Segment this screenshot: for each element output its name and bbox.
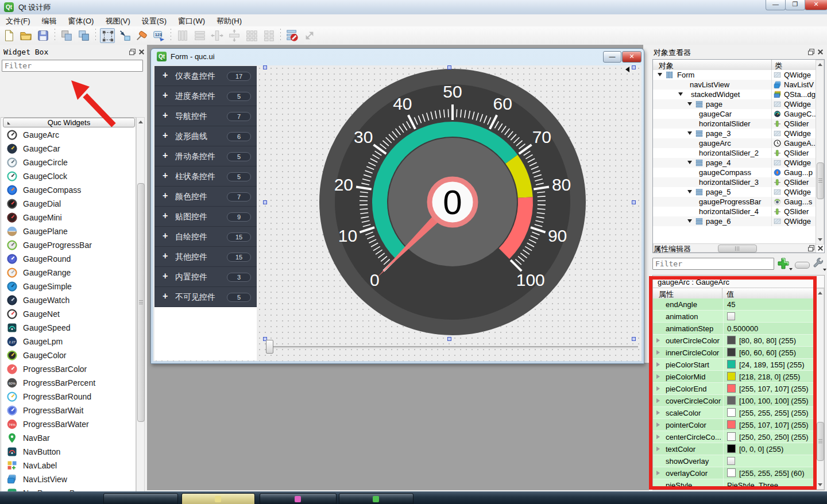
property-row-scaleColor[interactable]: scaleColor[255, 255, 255] (255) xyxy=(653,407,816,419)
adjust-size-button[interactable] xyxy=(302,28,317,43)
nav-item[interactable]: +内置控件3 xyxy=(154,267,257,287)
expand-arrow-icon[interactable] xyxy=(687,219,692,223)
close-button[interactable]: ✕ xyxy=(805,0,827,10)
property-value[interactable]: 0.500000 xyxy=(723,323,816,335)
property-value[interactable]: [218, 218, 0] (255) xyxy=(723,371,816,383)
nav-item[interactable]: +进度条控件5 xyxy=(154,86,257,106)
taskbar-button[interactable] xyxy=(260,493,337,504)
expand-arrow-icon[interactable] xyxy=(656,422,660,427)
selection-handle[interactable] xyxy=(447,337,451,341)
widget-item-gaugearc[interactable]: GaugeArc xyxy=(2,128,134,142)
nav-item[interactable]: +柱状条控件5 xyxy=(154,166,257,187)
checkbox[interactable] xyxy=(727,312,735,320)
nav-item[interactable]: +导航控件7 xyxy=(154,106,257,126)
widget-item-progressbarwater[interactable]: 74%ProgressBarWater xyxy=(2,417,134,431)
selection-handle[interactable] xyxy=(263,65,267,69)
widget-item-gaugecompass[interactable]: GaugeCompass xyxy=(2,183,134,197)
property-filter-input[interactable] xyxy=(652,258,774,270)
widget-item-progressbarcolor[interactable]: ProgressBarColor xyxy=(2,362,134,376)
property-value[interactable]: [80, 80, 80] (255) xyxy=(723,335,816,347)
layout-grid-button[interactable] xyxy=(244,28,259,43)
property-value[interactable] xyxy=(723,455,816,467)
property-value[interactable]: [255, 255, 255] (255) xyxy=(723,407,816,419)
settings-wrench-icon[interactable] xyxy=(812,257,825,270)
property-row-overlayColor[interactable]: overlayColor[255, 255, 255] (60) xyxy=(653,467,816,479)
close-icon[interactable] xyxy=(817,48,824,56)
expand-arrow-icon[interactable] xyxy=(656,338,660,343)
property-row-pointerColor[interactable]: pointerColor[255, 107, 107] (255) xyxy=(653,419,816,431)
layout-form-button[interactable] xyxy=(261,28,276,43)
property-row-showOverlay[interactable]: showOverlay xyxy=(653,455,816,467)
open-form-button[interactable] xyxy=(18,28,33,43)
nav-item[interactable]: +滑动条控件5 xyxy=(154,146,257,166)
expand-arrow-icon[interactable] xyxy=(687,161,692,164)
inspector-row-gaugeArc[interactable]: gaugeArcGaugeA... xyxy=(653,138,816,148)
inspector-row-gaugeCompass[interactable]: gaugeCompassGaug...p xyxy=(653,168,816,177)
inspector-row-gaugeProgressBar[interactable]: gaugeProgressBarGaug...s xyxy=(653,197,816,207)
inspector-row-horizontalSlider_2[interactable]: horizontalSlider_2QSlider xyxy=(653,148,816,158)
property-value[interactable]: [255, 255, 255] (60) xyxy=(723,467,816,479)
property-row-textColor[interactable]: textColor[0, 0, 0] (255) xyxy=(653,443,816,455)
widget-item-gaugeprogressbar[interactable]: GaugeProgressBar xyxy=(2,238,134,252)
new-form-button[interactable] xyxy=(1,28,16,43)
nav-item[interactable]: +不可见控件5 xyxy=(154,287,257,307)
nav-item[interactable]: +其他控件15 xyxy=(154,247,257,267)
property-row-centerCircleCo[interactable]: centerCircleCo...[250, 250, 250] (255) xyxy=(653,431,816,443)
expand-arrow-icon[interactable] xyxy=(656,386,660,391)
nav-item[interactable]: +波形曲线6 xyxy=(154,126,257,146)
edit-tab-order-button[interactable]: 123 xyxy=(152,28,167,43)
layout-horizontally-button[interactable] xyxy=(192,28,207,43)
edit-signals-slots-button[interactable] xyxy=(117,28,132,43)
property-row-pieStyle[interactable]: pieStylePieStyle_Three xyxy=(653,479,816,490)
float-icon[interactable] xyxy=(807,245,815,252)
property-row-animation[interactable]: animation xyxy=(653,311,816,323)
property-editor-header[interactable]: 属性 值 xyxy=(653,288,824,299)
taskbar-button[interactable] xyxy=(181,493,255,504)
selection-handle[interactable] xyxy=(632,337,636,341)
horizontal-slider-handle[interactable] xyxy=(266,340,273,354)
property-value[interactable]: [255, 107, 107] (255) xyxy=(723,419,816,431)
widget-item-gaugesimple[interactable]: GaugeSimple xyxy=(2,280,134,293)
expand-arrow-icon[interactable] xyxy=(656,362,660,367)
inspector-row-gaugeCar[interactable]: gaugeCarGaugeC... xyxy=(653,109,816,119)
save-form-button[interactable] xyxy=(36,28,51,43)
expand-arrow-icon[interactable] xyxy=(687,190,692,193)
preview-button[interactable] xyxy=(76,28,91,43)
gauge-arc-widget[interactable]: 01020304050607080901000 xyxy=(319,68,586,336)
widget-box-scrollbar[interactable] xyxy=(136,117,145,504)
widget-item-gaugespeed[interactable]: GaugeSpeed xyxy=(2,321,134,335)
minimize-button[interactable]: — xyxy=(766,0,786,10)
property-value[interactable]: [250, 250, 250] (255) xyxy=(723,431,816,443)
inspector-row-page_4[interactable]: page_4QWidge xyxy=(653,158,816,168)
scroll-up-icon[interactable] xyxy=(138,121,143,123)
property-row-endAngle[interactable]: endAngle45 xyxy=(653,298,816,311)
inspector-row-horizontalSlider_3[interactable]: horizontalSlider_3QSlider xyxy=(653,177,816,187)
expand-arrow-icon[interactable] xyxy=(656,471,660,475)
form-minimize-button[interactable]: — xyxy=(603,51,621,63)
page-indicator-arrow-icon[interactable] xyxy=(625,67,629,72)
expand-arrow-icon[interactable] xyxy=(656,447,660,451)
widget-item-gaugecar[interactable]: GaugeCar xyxy=(2,142,134,156)
inspector-row-Form[interactable]: FormQWidge xyxy=(653,70,816,80)
close-icon[interactable] xyxy=(138,48,145,56)
taskbar-button[interactable] xyxy=(103,493,178,504)
restore-button[interactable]: ❐ xyxy=(785,0,805,10)
nav-item[interactable]: +自绘控件15 xyxy=(154,227,257,247)
edit-buddies-button[interactable] xyxy=(134,28,149,43)
inspector-row-page_3[interactable]: page_3QWidge xyxy=(653,129,816,138)
widget-item-gaugeplane[interactable]: GaugePlane xyxy=(2,224,134,238)
view-code-button[interactable] xyxy=(59,28,74,43)
widget-item-gaugelpm[interactable]: 2.27GaugeLpm xyxy=(2,335,134,348)
widget-item-navlistview[interactable]: NavListView xyxy=(2,472,134,486)
property-value[interactable]: PieStyle_Three xyxy=(723,479,816,490)
property-value[interactable]: 45 xyxy=(723,298,816,311)
form-canvas[interactable]: +仪表盘控件17+进度条控件5+导航控件7+波形曲线6+滑动条控件5+柱状条控件… xyxy=(153,65,641,361)
widget-item-gaugeround[interactable]: GaugeRound xyxy=(2,252,134,266)
widget-filter-input[interactable] xyxy=(2,60,143,72)
nav-item[interactable]: +贴图控件9 xyxy=(154,207,257,227)
break-layout-button[interactable] xyxy=(285,28,300,43)
property-row-innerCircleColor[interactable]: innerCircleColor[60, 60, 60] (255) xyxy=(653,347,816,359)
close-icon[interactable] xyxy=(817,245,824,252)
add-property-button[interactable] xyxy=(776,257,790,270)
form-close-button[interactable]: ✕ xyxy=(622,51,641,63)
